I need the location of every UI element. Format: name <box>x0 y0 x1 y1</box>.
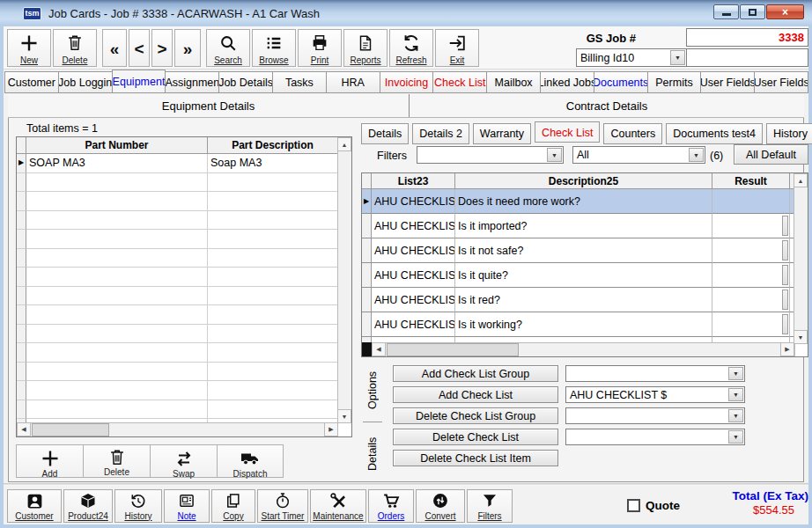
browse-button[interactable]: Browse <box>252 29 296 67</box>
scroll-right-icon[interactable]: ▶ <box>324 422 338 436</box>
table-row[interactable] <box>17 268 351 287</box>
description25-column-header[interactable]: Description25 <box>455 173 712 189</box>
result-mini-button[interactable] <box>782 314 788 334</box>
checklist-vertical-scrollbar[interactable]: ▲ ▼ <box>794 173 808 344</box>
add-button[interactable]: Add <box>16 444 83 478</box>
subtab-documents-test4[interactable]: Documents test4 <box>666 123 763 144</box>
table-row[interactable] <box>17 381 351 400</box>
subtab-check-list[interactable]: Check List <box>535 121 600 143</box>
tab-permits[interactable]: Permits <box>647 71 702 93</box>
checklist-row[interactable]: AHU CHECKLIST Is it red? <box>362 288 808 312</box>
scroll-left-icon[interactable]: ◀ <box>17 422 31 436</box>
side-tab-options[interactable]: Options <box>366 363 379 417</box>
delete-item-button[interactable]: Delete <box>83 444 150 478</box>
equipment-vertical-scrollbar[interactable]: ▲ ▼ <box>337 137 351 423</box>
subtab-counters[interactable]: Counters <box>603 123 662 144</box>
scroll-up-icon[interactable]: ▲ <box>794 173 808 187</box>
scroll-left-icon[interactable]: ◀ <box>372 342 386 356</box>
result-mini-button[interactable] <box>782 216 788 236</box>
table-row[interactable] <box>17 305 351 325</box>
tab-assignment[interactable]: Assignmen <box>165 71 219 93</box>
table-row[interactable] <box>17 249 351 268</box>
delete-check-list-item-button[interactable]: Delete Check List Item <box>393 450 558 466</box>
add-check-list-button[interactable]: Add Check List <box>393 386 558 403</box>
dropdown-arrow-icon[interactable]: ▼ <box>670 50 685 65</box>
table-row[interactable] <box>17 211 351 231</box>
orders-button[interactable]: Orders <box>368 489 414 523</box>
tab-customer[interactable]: Customer <box>4 71 59 93</box>
delete-button[interactable]: Delete <box>53 29 97 67</box>
dropdown-arrow-icon[interactable]: ▼ <box>728 388 743 401</box>
filter-select-1[interactable]: ▼ <box>417 146 564 164</box>
dropdown-arrow-icon[interactable]: ▼ <box>728 367 743 380</box>
filters-button[interactable]: Filters <box>467 489 513 523</box>
refresh-button[interactable]: Refresh <box>389 29 433 67</box>
result-mini-button[interactable] <box>782 240 788 260</box>
tab-equipment[interactable]: Equipment <box>112 70 166 93</box>
scroll-down-icon[interactable]: ▼ <box>794 330 808 344</box>
billing-id-select[interactable]: Billing Id10 ▼ <box>576 48 687 67</box>
table-row[interactable]: ▶ SOAP MA3 Soap MA3 <box>17 154 351 173</box>
minimize-button[interactable] <box>713 4 739 19</box>
scroll-right-icon[interactable]: ▶ <box>780 342 794 356</box>
new-button[interactable]: New <box>7 29 51 67</box>
check-list-select[interactable]: AHU CHECKLIST $ ▼ <box>565 386 745 403</box>
subtab-history[interactable]: History <box>766 123 812 144</box>
customer-button[interactable]: Customer <box>7 489 62 523</box>
part-number-column-header[interactable]: Part Number <box>26 137 208 154</box>
tab-user-fields-2[interactable]: User Fields <box>754 71 808 93</box>
tab-documents[interactable]: Documents <box>594 71 648 93</box>
dropdown-arrow-icon[interactable]: ▼ <box>728 430 743 444</box>
swap-button[interactable]: Swap <box>150 444 217 478</box>
checklist-row[interactable]: ▶ AHU CHECKLIST Does it need more work? <box>362 189 808 214</box>
equipment-horizontal-scrollbar[interactable]: ◀ ▶ <box>17 422 338 436</box>
delete-check-list-select[interactable]: ▼ <box>565 429 745 445</box>
delete-check-list-button[interactable]: Delete Check List <box>393 429 558 445</box>
tab-invoicing[interactable]: Invoicing <box>380 71 434 93</box>
checklist-horizontal-scrollbar[interactable]: ◀ ▶ <box>372 342 794 356</box>
check-list-group-select[interactable]: ▼ <box>565 365 745 382</box>
table-row[interactable] <box>17 343 351 363</box>
scroll-up-icon[interactable]: ▲ <box>337 137 351 151</box>
tab-job-logging[interactable]: Job Loggin <box>58 71 113 93</box>
table-row[interactable] <box>17 230 351 249</box>
scrollbar-thumb[interactable] <box>387 343 519 356</box>
title-bar[interactable]: tsm Job Cards - Job # 3338 - ACARWASH - … <box>0 0 812 26</box>
checklist-row[interactable]: AHU CHECKLIST Is it working? <box>362 312 808 337</box>
result-mini-button[interactable] <box>782 290 788 310</box>
tab-hra[interactable]: HRA <box>326 71 380 93</box>
part-description-column-header[interactable]: Part Description <box>208 137 338 154</box>
prev-record-button[interactable]: < <box>129 29 150 67</box>
add-check-list-group-button[interactable]: Add Check List Group <box>393 365 558 382</box>
history-button[interactable]: History <box>114 489 162 523</box>
tab-mailbox[interactable]: Mailbox <box>486 71 541 93</box>
close-button[interactable]: × <box>766 4 804 19</box>
convert-button[interactable]: Convert <box>416 489 465 523</box>
next-record-button[interactable]: > <box>151 29 173 67</box>
gs-job-input[interactable] <box>686 28 808 47</box>
table-row[interactable] <box>17 363 351 382</box>
tab-job-details[interactable]: Job Details <box>218 71 273 93</box>
product-button[interactable]: Product24 <box>63 489 113 523</box>
checklist-row[interactable]: AHU CHECKLIST Is it quite? <box>362 263 808 288</box>
table-row[interactable] <box>17 192 351 211</box>
checklist-row[interactable]: AHU CHECKLIST Is it not safe? <box>362 238 808 263</box>
result-mini-button[interactable] <box>782 265 788 285</box>
list23-column-header[interactable]: List23 <box>372 173 455 189</box>
scroll-down-icon[interactable]: ▼ <box>337 409 351 423</box>
first-record-button[interactable]: « <box>102 29 127 67</box>
table-row[interactable] <box>17 287 351 306</box>
tab-linked-jobs[interactable]: Linked Jobs <box>540 71 594 93</box>
side-tab-details[interactable]: Details <box>366 427 379 481</box>
dispatch-button[interactable]: Dispatch <box>217 444 284 478</box>
dropdown-arrow-icon[interactable]: ▼ <box>689 148 704 162</box>
subtab-details-2[interactable]: Details 2 <box>412 123 469 144</box>
table-row[interactable] <box>17 400 351 420</box>
maintenance-button[interactable]: Maintenance <box>310 489 366 523</box>
subtab-warranty[interactable]: Warranty <box>473 123 531 144</box>
subtab-details[interactable]: Details <box>361 123 409 144</box>
tab-check-list[interactable]: Check List <box>432 71 487 93</box>
delete-check-list-group-select[interactable]: ▼ <box>565 407 745 424</box>
delete-check-list-group-button[interactable]: Delete Check List Group <box>393 407 558 424</box>
job-secondary-input[interactable] <box>686 48 808 67</box>
